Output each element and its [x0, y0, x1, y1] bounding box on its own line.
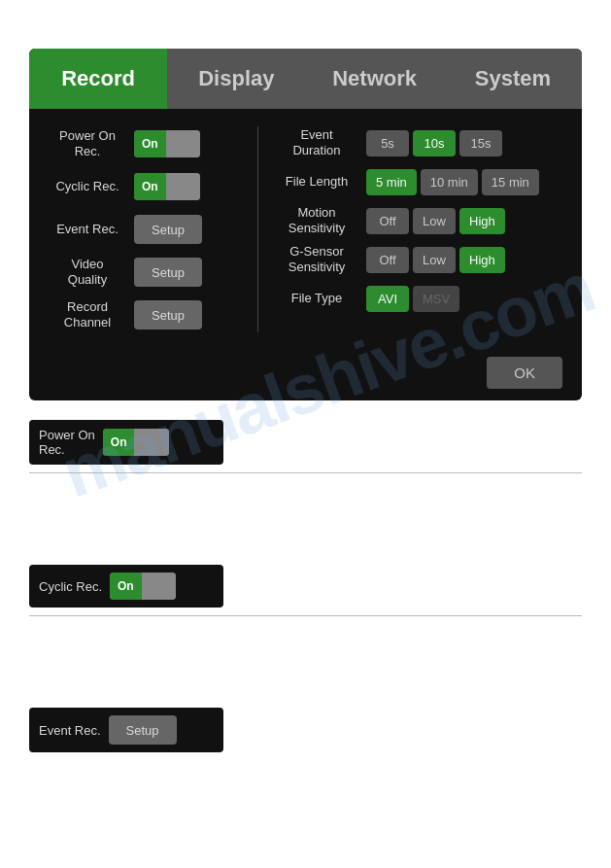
bottom-toggle-off — [134, 429, 168, 456]
cyclic-rec-toggle[interactable]: On — [134, 173, 200, 200]
tab-display[interactable]: Display — [167, 49, 305, 109]
cyclic-rec-row: Cyclic Rec. On — [49, 169, 243, 204]
bottom-cyclic-rec-label: Cyclic Rec. — [39, 579, 102, 594]
event-rec-label: Event Rec. — [49, 222, 126, 237]
video-quality-label: VideoQuality — [49, 257, 126, 287]
content-area: Power OnRec. On Cyclic Rec. On Event Rec… — [29, 109, 582, 352]
tab-bar: Record Display Network System — [29, 49, 582, 109]
motion-sensitivity-row: MotionSensitivity Off Low High — [273, 204, 562, 237]
divider-2 — [29, 615, 582, 616]
bottom-power-on-rec-item: Power OnRec. On — [29, 420, 223, 465]
bottom-cyclic-rec-item: Cyclic Rec. On — [29, 565, 223, 608]
bottom-section-2: Cyclic Rec. On — [29, 565, 582, 630]
bottom-event-rec-setup-button[interactable]: Setup — [109, 715, 177, 745]
bottom-cyclic-toggle-off — [142, 573, 176, 600]
file-type-options: AVI MSV — [366, 286, 459, 312]
bottom-section-3: Event Rec. Setup — [29, 708, 582, 762]
event-duration-label: EventDuration — [273, 127, 360, 157]
file-type-label: File Type — [273, 291, 360, 306]
left-column: Power OnRec. On Cyclic Rec. On Event Rec… — [49, 126, 243, 332]
file-type-avi[interactable]: AVI — [366, 286, 409, 312]
g-sensor-low[interactable]: Low — [413, 247, 456, 273]
bottom-power-on-rec-label: Power OnRec. — [39, 428, 95, 457]
bottom-power-on-rec-toggle[interactable]: On — [103, 429, 169, 456]
record-channel-label: RecordChannel — [49, 299, 126, 330]
file-length-row: File Length 5 min 10 min 15 min — [273, 165, 562, 198]
g-sensor-off[interactable]: Off — [366, 247, 409, 273]
event-duration-options: 5s 10s 15s — [366, 130, 502, 156]
event-rec-setup-button[interactable]: Setup — [134, 215, 202, 244]
motion-off[interactable]: Off — [366, 208, 409, 234]
bottom-event-rec-label: Event Rec. — [39, 723, 101, 738]
record-channel-setup-button[interactable]: Setup — [134, 300, 202, 330]
event-rec-row: Event Rec. Setup — [49, 212, 243, 247]
cyclic-toggle-off-part — [166, 173, 200, 200]
toggle-off-part — [166, 130, 200, 157]
ok-row: OK — [29, 352, 582, 400]
tab-record[interactable]: Record — [29, 49, 167, 109]
file-length-label: File Length — [273, 174, 360, 190]
cyclic-toggle-on-label: On — [134, 173, 166, 200]
event-duration-row: EventDuration 5s 10s 15s — [273, 126, 562, 159]
power-on-rec-label: Power OnRec. — [49, 128, 126, 158]
toggle-on-label: On — [134, 130, 166, 157]
power-on-rec-toggle[interactable]: On — [134, 130, 200, 157]
file-length-options: 5 min 10 min 15 min — [366, 169, 539, 195]
motion-sensitivity-label: MotionSensitivity — [273, 205, 360, 235]
main-panel: Record Display Network System Power OnRe… — [29, 49, 582, 400]
g-sensor-options: Off Low High — [366, 247, 505, 273]
divider-1 — [29, 472, 582, 473]
file-type-row: File Type AVI MSV — [273, 282, 562, 315]
motion-low[interactable]: Low — [413, 208, 456, 234]
event-duration-5s[interactable]: 5s — [366, 130, 409, 156]
power-on-rec-row: Power OnRec. On — [49, 126, 243, 161]
bottom-toggle-on: On — [103, 429, 135, 456]
file-length-5min[interactable]: 5 min — [366, 169, 417, 195]
bottom-cyclic-rec-toggle[interactable]: On — [110, 573, 176, 600]
cyclic-rec-label: Cyclic Rec. — [49, 179, 126, 194]
ok-button[interactable]: OK — [487, 357, 562, 389]
tab-system[interactable]: System — [444, 49, 582, 109]
event-duration-15s[interactable]: 15s — [459, 130, 502, 156]
file-length-15min[interactable]: 15 min — [482, 169, 539, 195]
video-quality-row: VideoQuality Setup — [49, 255, 243, 290]
g-sensor-high[interactable]: High — [459, 247, 505, 273]
tab-network[interactable]: Network — [306, 49, 444, 109]
g-sensor-label: G-SensorSensitivity — [273, 244, 360, 274]
file-length-10min[interactable]: 10 min — [421, 169, 478, 195]
video-quality-setup-button[interactable]: Setup — [134, 258, 202, 287]
right-column: EventDuration 5s 10s 15s File Length 5 m… — [273, 126, 562, 332]
motion-high[interactable]: High — [459, 208, 505, 234]
column-divider — [257, 126, 258, 332]
file-type-msv: MSV — [413, 286, 459, 312]
bottom-cyclic-toggle-on: On — [110, 573, 142, 600]
record-channel-row: RecordChannel Setup — [49, 297, 243, 332]
bottom-section-1: Power OnRec. On — [29, 420, 582, 487]
bottom-event-rec-item: Event Rec. Setup — [29, 708, 223, 752]
motion-sensitivity-options: Off Low High — [366, 208, 505, 234]
g-sensor-sensitivity-row: G-SensorSensitivity Off Low High — [273, 243, 562, 276]
event-duration-10s[interactable]: 10s — [413, 130, 456, 156]
